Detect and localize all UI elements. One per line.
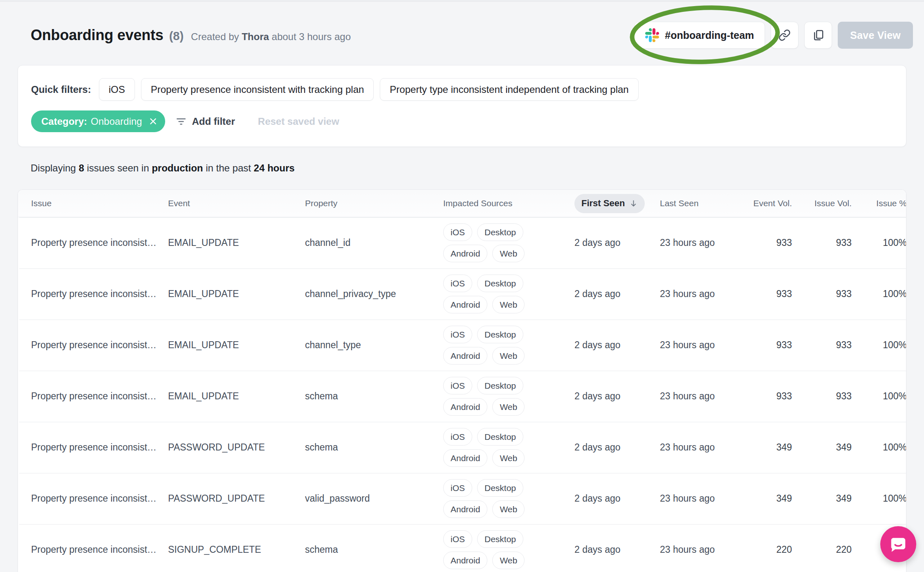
copy-icon [812, 29, 824, 41]
event-volume-cell: 933 [742, 391, 792, 402]
source-pill: iOS [443, 377, 472, 394]
table-row[interactable]: Property presence inconsistent with trac… [18, 371, 906, 422]
issue-volume-cell: 933 [792, 288, 852, 300]
source-pill: iOS [443, 479, 472, 497]
chat-launcher-button[interactable] [880, 526, 916, 562]
last-seen-cell: 23 hours ago [660, 237, 742, 248]
source-pill: Android [443, 552, 487, 569]
column-header-issue-pct[interactable]: Issue % [852, 198, 906, 208]
issue-percent-cell: 100% [852, 237, 906, 248]
chat-bubble-icon [889, 535, 908, 554]
event-volume-cell: 220 [742, 544, 792, 555]
source-pill: Desktop [477, 326, 523, 343]
save-view-button[interactable]: Save View [838, 22, 913, 49]
table-body: Property presence inconsistent with trac… [18, 217, 906, 572]
duplicate-view-button[interactable] [804, 22, 832, 49]
copy-link-button[interactable] [771, 22, 798, 49]
slack-channel-button[interactable]: #onboarding-team [634, 22, 765, 49]
first-seen-cell: 2 days ago [574, 237, 660, 248]
property-cell: schema [305, 544, 443, 555]
title-group: Onboarding events (8) Created by Thora a… [31, 27, 351, 44]
event-cell: EMAIL_UPDATE [168, 391, 305, 402]
event-volume-cell: 933 [742, 340, 792, 351]
table-row[interactable]: Property presence inconsistent with trac… [18, 524, 906, 572]
source-pill: Android [443, 296, 487, 313]
property-cell: schema [305, 442, 443, 453]
issue-percent-cell: 100% [852, 442, 906, 453]
column-header-issue[interactable]: Issue [31, 198, 168, 208]
first-seen-cell: 2 days ago [574, 288, 660, 300]
last-seen-cell: 23 hours ago [660, 288, 742, 300]
source-pill: Web [492, 449, 525, 467]
column-header-issue-vol[interactable]: Issue Vol. [792, 198, 852, 208]
summary-text: Displaying [31, 162, 76, 173]
event-volume-cell: 349 [742, 442, 792, 453]
column-header-event[interactable]: Event [168, 198, 305, 208]
last-seen-cell: 23 hours ago [660, 442, 742, 453]
table-row[interactable]: Property presence inconsistent with trac… [18, 268, 906, 320]
column-header-first-seen-sorted[interactable]: First Seen [574, 194, 645, 213]
source-pill: Desktop [477, 275, 523, 292]
table-header-row: Issue Event Property Impacted Sources Fi… [18, 190, 906, 217]
impacted-sources-cell: iOSDesktopAndroidWeb [443, 217, 574, 268]
event-cell: EMAIL_UPDATE [168, 288, 305, 300]
property-cell: channel_id [305, 237, 443, 248]
issue-volume-cell: 933 [792, 391, 852, 402]
results-summary: Displaying 8 issues seen in production i… [31, 162, 924, 174]
event-volume-cell: 933 [742, 237, 792, 248]
issue-volume-cell: 349 [792, 493, 852, 504]
column-header-impacted-sources[interactable]: Impacted Sources [443, 198, 574, 208]
table-row[interactable]: Property presence inconsistent with trac… [18, 422, 906, 473]
source-pill: Android [443, 347, 487, 365]
slack-icon [645, 28, 659, 42]
issue-volume-cell: 933 [792, 340, 852, 351]
source-pill: iOS [443, 428, 472, 446]
impacted-sources-cell: iOSDesktopAndroidWeb [443, 371, 574, 422]
property-cell: channel_privacy_type [305, 288, 443, 300]
source-pill: iOS [443, 530, 472, 548]
filter-chip-key: Category: [41, 116, 87, 127]
column-header-event-vol[interactable]: Event Vol. [742, 198, 792, 208]
issue-cell: Property presence inconsistent with trac… [31, 340, 168, 351]
add-filter-button[interactable]: Add filter [176, 116, 235, 127]
source-pill: Web [492, 500, 525, 518]
impacted-sources-cell: iOSDesktopAndroidWeb [443, 422, 574, 473]
quick-filter-button-type[interactable]: Property type inconsistent independent o… [380, 78, 638, 101]
created-by-prefix: Created by [191, 31, 239, 42]
issue-cell: Property presence inconsistent with trac… [31, 442, 168, 453]
quick-filters-row: Quick filters: iOS Property presence inc… [31, 78, 893, 101]
source-pill: Web [492, 245, 525, 262]
created-by-name: Thora [242, 31, 269, 42]
property-cell: schema [305, 391, 443, 402]
issue-percent-cell: 100% [852, 493, 906, 504]
source-pill: Desktop [477, 223, 523, 241]
page-header: Onboarding events (8) Created by Thora a… [31, 20, 913, 50]
filters-card: Quick filters: iOS Property presence inc… [18, 65, 906, 147]
source-pill: Android [443, 500, 487, 518]
event-volume-cell: 933 [742, 288, 792, 300]
source-pill: Desktop [477, 428, 523, 446]
quick-filter-button-presence[interactable]: Property presence inconsistent with trac… [141, 78, 374, 101]
category-filter-chip[interactable]: Category: Onboarding [31, 110, 165, 132]
window-top-edge [0, 0, 924, 2]
sort-column-label: First Seen [581, 198, 625, 209]
quick-filter-button-ios[interactable]: iOS [99, 78, 135, 101]
column-header-property[interactable]: Property [305, 198, 443, 208]
table-row[interactable]: Property presence inconsistent with trac… [18, 473, 906, 524]
issue-cell: Property presence inconsistent with trac… [31, 391, 168, 402]
table-row[interactable]: Property presence inconsistent with trac… [18, 217, 906, 268]
event-cell: SIGNUP_COMPLETE [168, 544, 305, 555]
issues-table: Issue Event Property Impacted Sources Fi… [18, 189, 906, 572]
first-seen-cell: 2 days ago [574, 340, 660, 351]
impacted-sources-cell: iOSDesktopAndroidWeb [443, 320, 574, 371]
last-seen-cell: 23 hours ago [660, 544, 742, 555]
event-cell: EMAIL_UPDATE [168, 237, 305, 248]
impacted-sources-cell: iOSDesktopAndroidWeb [443, 268, 574, 320]
reset-saved-view-button[interactable]: Reset saved view [258, 116, 339, 127]
remove-filter-icon[interactable] [149, 117, 157, 126]
column-header-last-seen[interactable]: Last Seen [660, 198, 742, 208]
issue-cell: Property presence inconsistent with trac… [31, 544, 168, 555]
table-row[interactable]: Property presence inconsistent with trac… [18, 320, 906, 371]
issue-percent-cell: 100% [852, 340, 906, 351]
event-volume-cell: 349 [742, 493, 792, 504]
